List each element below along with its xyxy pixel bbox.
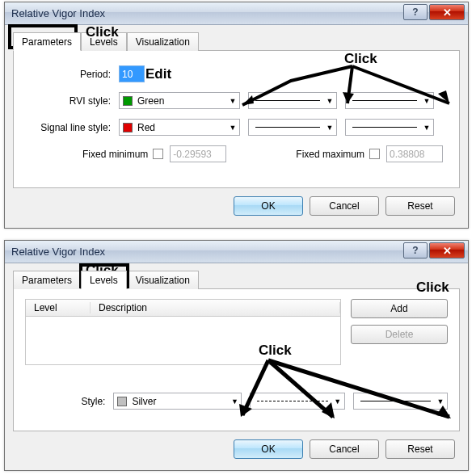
tab-label: Visualization <box>136 275 190 286</box>
combo-text: Green <box>137 95 164 107</box>
tab-label: Levels <box>90 36 118 48</box>
line-sample-icon <box>360 401 431 401</box>
tab-content-levels: Level Description Add Delete Style: Silv… <box>13 289 460 431</box>
signal-color-combo[interactable]: Red ▼ <box>119 119 240 136</box>
add-button[interactable]: Add <box>351 299 448 318</box>
cancel-button[interactable]: Cancel <box>310 196 379 216</box>
cancel-button[interactable]: Cancel <box>310 439 379 459</box>
chevron-down-icon: ▼ <box>226 124 239 132</box>
rvi-style-label: RVI style: <box>30 95 119 107</box>
delete-button: Delete <box>351 325 448 344</box>
tab-strip: Parameters Levels Visualization <box>13 270 460 289</box>
button-label: Cancel <box>329 200 359 212</box>
ok-button[interactable]: OK <box>234 439 303 459</box>
dialog-rvi-levels: Relative Vigor Index ? ✕ Parameters Leve… <box>4 240 469 471</box>
tab-visualization[interactable]: Visualization <box>127 271 199 289</box>
line-sample-icon <box>255 100 320 101</box>
fixed-min-value <box>170 145 226 162</box>
chevron-down-icon: ▼ <box>226 97 239 105</box>
color-swatch-icon <box>123 96 133 106</box>
reset-button[interactable]: Reset <box>385 439 455 459</box>
tab-parameters[interactable]: Parameters <box>13 32 81 51</box>
button-label: Cancel <box>329 443 359 455</box>
levels-list-body[interactable] <box>25 317 341 365</box>
ok-button[interactable]: OK <box>234 196 303 216</box>
button-label: Add <box>390 303 407 314</box>
chevron-down-icon: ▼ <box>323 124 336 132</box>
fixed-min-label: Fixed minimum <box>82 149 148 160</box>
line-sample-icon <box>352 127 417 128</box>
signal-linewidth-combo[interactable]: ▼ <box>345 119 434 136</box>
style-linestyle-combo[interactable]: ▼ <box>250 393 344 410</box>
button-label: OK <box>261 443 275 455</box>
chevron-down-icon: ▼ <box>420 97 433 105</box>
color-swatch-icon <box>117 397 127 406</box>
close-button[interactable]: ✕ <box>429 242 465 259</box>
style-color-combo[interactable]: Silver ▼ <box>113 393 242 410</box>
tab-label: Parameters <box>22 36 72 48</box>
combo-text: Silver <box>132 396 156 407</box>
help-button[interactable]: ? <box>403 4 428 20</box>
tab-visualization[interactable]: Visualization <box>127 32 199 51</box>
line-sample-icon <box>257 401 327 401</box>
tab-levels[interactable]: Levels <box>81 271 127 289</box>
titlebar[interactable]: Relative Vigor Index ? ✕ <box>5 2 468 25</box>
titlebar[interactable]: Relative Vigor Index ? ✕ <box>5 241 468 263</box>
dialog-title: Relative Vigor Index <box>11 7 105 19</box>
reset-button[interactable]: Reset <box>385 196 455 216</box>
button-label: Reset <box>407 200 432 212</box>
chevron-down-icon: ▼ <box>331 397 344 406</box>
chevron-down-icon: ▼ <box>420 124 433 132</box>
color-swatch-icon <box>123 123 133 132</box>
rvi-linestyle-combo[interactable]: ▼ <box>248 92 337 109</box>
chevron-down-icon: ▼ <box>434 397 447 406</box>
period-label: Period: <box>30 69 119 80</box>
tab-label: Visualization <box>136 36 190 48</box>
rvi-linewidth-combo[interactable]: ▼ <box>345 92 434 109</box>
close-button[interactable]: ✕ <box>429 4 465 20</box>
combo-text: Red <box>137 122 155 133</box>
help-button[interactable]: ? <box>403 242 428 259</box>
line-sample-icon <box>255 127 320 128</box>
tab-label: Parameters <box>22 275 72 286</box>
fixed-max-checkbox[interactable] <box>369 149 380 159</box>
tab-content-parameters: Period: RVI style: Green ▼ ▼ ▼ <box>13 51 460 188</box>
chevron-down-icon: ▼ <box>323 97 336 105</box>
tab-levels[interactable]: Levels <box>81 32 127 51</box>
tab-parameters[interactable]: Parameters <box>13 271 81 289</box>
tab-label: Levels <box>90 275 118 286</box>
signal-style-label: Signal line style: <box>30 122 119 133</box>
line-sample-icon <box>352 100 417 101</box>
style-label: Style: <box>25 396 113 407</box>
chevron-down-icon: ▼ <box>228 397 241 406</box>
rvi-color-combo[interactable]: Green ▼ <box>119 92 240 109</box>
style-linewidth-combo[interactable]: ▼ <box>353 393 448 410</box>
dialog-title: Relative Vigor Index <box>11 246 105 258</box>
period-input[interactable] <box>119 65 145 82</box>
button-label: Delete <box>385 329 414 340</box>
fixed-max-label: Fixed maximum <box>296 149 364 160</box>
dialog-rvi-parameters: Relative Vigor Index ? ✕ Parameters Leve… <box>4 2 469 229</box>
button-label: Reset <box>407 443 432 455</box>
button-label: OK <box>261 200 275 212</box>
signal-linestyle-combo[interactable]: ▼ <box>248 119 337 136</box>
fixed-max-value <box>386 145 443 162</box>
tab-strip: Parameters Levels Visualization <box>13 32 460 51</box>
fixed-min-checkbox[interactable] <box>153 149 163 159</box>
col-description[interactable]: Description <box>91 302 340 313</box>
levels-list-header: Level Description <box>25 299 341 317</box>
col-level[interactable]: Level <box>26 302 91 313</box>
